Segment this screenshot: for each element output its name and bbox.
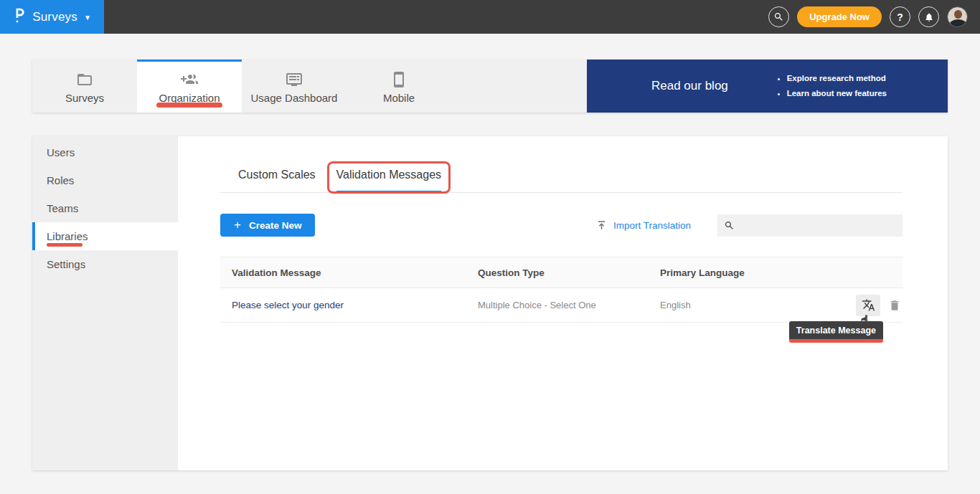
import-translation-label: Import Translation [613,220,691,231]
search-button[interactable] [768,6,789,27]
translate-message-tooltip: Translate Message [789,321,883,339]
sidebar-item-teams[interactable]: Teams [32,194,178,222]
annotation-underline [47,243,83,247]
nav-tab-usage-dashboard[interactable]: Usage Dashboard [242,60,347,113]
validation-messages-table: Validation Message Question Type Primary… [220,257,903,323]
column-header-primary-language: Primary Language [660,267,824,278]
sidebar-item-libraries[interactable]: Libraries [32,222,178,250]
app-switcher[interactable]: Surveys ▼ [0,0,104,34]
create-new-button[interactable]: + Create New [220,214,315,237]
tab-custom-scales[interactable]: Custom Scales [238,168,316,193]
sidebar-item-settings[interactable]: Settings [32,250,178,278]
validation-message-link[interactable]: Please select your gender [220,300,478,310]
chevron-down-icon: ▼ [84,14,91,22]
dashboard-icon [286,71,303,88]
tooltip-wrap: Translate Message [789,321,883,343]
column-header-validation-message: Validation Message [220,267,478,278]
nav-tab-label: Organization [159,92,220,104]
annotation-underline [156,103,222,108]
nav-tab-label: Mobile [383,92,415,104]
sidebar-item-label: Teams [47,202,78,214]
nav-tab-mobile[interactable]: Mobile [347,60,451,113]
tab-validation-messages[interactable]: Validation Messages [336,168,441,193]
banner-title: Read our blog [651,79,728,93]
tab-label: Validation Messages [336,168,441,181]
sidebar-item-roles[interactable]: Roles [32,166,178,194]
sidebar-item-label: Libraries [47,230,88,242]
hand-cursor-icon: ☝ [861,313,868,327]
sidebar: Users Roles Teams Libraries Settings [32,136,178,470]
banner-bullet: Explore research method [787,71,887,86]
topbar: Surveys ▼ Upgrade Now ? [0,0,980,34]
topbar-actions: Upgrade Now ? [768,6,980,27]
sidebar-item-label: Roles [47,174,74,186]
create-new-label: Create New [249,220,302,231]
sidebar-item-label: Users [47,146,75,158]
sidebar-item-label: Settings [47,258,85,270]
search-icon [724,220,735,231]
nav-band: Surveys Organization Usage Dashboard Mob… [32,60,948,113]
user-avatar[interactable] [947,6,968,27]
smartphone-icon [390,71,407,88]
nav-tab-surveys[interactable]: Surveys [32,60,137,113]
primary-language-cell: English [660,300,824,310]
trash-icon [888,299,901,312]
table-row: Please select your gender Multiple Choic… [220,288,903,323]
main-card: Users Roles Teams Libraries Settings Cus… [32,136,948,470]
search-icon [773,11,784,22]
table-search-box [717,214,903,237]
banner-bullet-list: Explore research method Learn about new … [776,71,887,101]
group-add-icon [180,71,199,88]
blog-promo-banner[interactable]: Read our blog Explore research method Le… [587,60,948,113]
help-button[interactable]: ? [890,6,910,27]
nav-tab-organization[interactable]: Organization [137,60,242,113]
sidebar-item-users[interactable]: Users [32,138,178,166]
toolbar: + Create New Import Translation [220,214,903,237]
banner-bullet: Learn about new features [787,86,887,101]
primary-nav-tabs: Surveys Organization Usage Dashboard Mob… [32,60,587,113]
library-tabs: Custom Scales Validation Messages [220,168,903,193]
folder-icon [76,71,93,88]
nav-tab-label: Surveys [65,92,104,104]
upload-icon [596,220,607,231]
translate-message-button[interactable] [856,295,880,316]
app-switcher-label: Surveys [32,10,77,24]
question-type-cell: Multiple Choice - Select One [478,300,660,310]
upgrade-now-button[interactable]: Upgrade Now [797,6,882,27]
notifications-button[interactable] [918,6,939,27]
annotation-underline [789,339,883,343]
translate-icon [862,298,875,312]
plus-icon: + [234,218,241,232]
search-input[interactable] [740,220,896,231]
bell-icon [924,12,934,22]
content-panel: Custom Scales Validation Messages + Crea… [178,136,948,470]
nav-tab-label: Usage Dashboard [251,92,338,104]
column-header-question-type: Question Type [478,267,660,278]
import-translation-link[interactable]: Import Translation [596,220,691,231]
delete-message-button[interactable] [888,299,901,312]
table-header-row: Validation Message Question Type Primary… [220,257,903,288]
questionpro-logo-icon [13,7,26,27]
